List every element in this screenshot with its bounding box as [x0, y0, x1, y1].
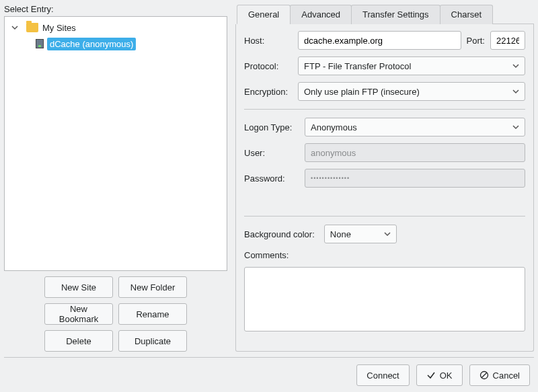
tab-general[interactable]: General — [237, 5, 291, 24]
comments-textarea[interactable] — [244, 267, 525, 331]
tree-root-row[interactable]: My Sites — [5, 19, 227, 36]
chevron-down-icon — [384, 231, 391, 237]
encryption-label: Encryption: — [244, 87, 293, 97]
expander-icon[interactable] — [10, 23, 20, 32]
password-input — [305, 169, 525, 188]
ok-button[interactable]: OK — [416, 364, 463, 386]
tree-site-row[interactable]: dCache (anonymous) — [5, 36, 227, 52]
user-label: User: — [244, 148, 299, 158]
entry-tree[interactable]: My Sites dCache (anonymous) — [4, 16, 227, 271]
logon-type-label: Logon Type: — [244, 122, 299, 132]
new-folder-button[interactable]: New Folder — [118, 276, 187, 298]
chevron-down-icon — [512, 88, 519, 95]
port-input[interactable] — [490, 31, 525, 50]
select-entry-label: Select Entry: — [4, 4, 227, 14]
general-panel: Host: Port: Protocol: FTP - File Transfe… — [235, 24, 534, 352]
tree-root-label: My Sites — [42, 23, 76, 33]
row-encryption: Encryption: Only use plain FTP (insecure… — [244, 82, 525, 101]
comments-label: Comments: — [244, 250, 525, 260]
password-label: Password: — [244, 173, 299, 184]
chevron-down-icon — [512, 124, 519, 130]
row-protocol: Protocol: FTP - File Transfer Protocol — [244, 56, 525, 75]
row-password: Password: — [244, 169, 525, 188]
server-icon — [36, 39, 44, 48]
row-logon: Logon Type: Anonymous — [244, 118, 525, 136]
user-input — [305, 143, 525, 162]
svg-line-1 — [482, 373, 487, 378]
tab-transfer-settings[interactable]: Transfer Settings — [351, 5, 440, 24]
rename-button[interactable]: Rename — [118, 303, 187, 325]
protocol-label: Protocol: — [244, 61, 293, 71]
delete-button[interactable]: Delete — [44, 330, 113, 352]
left-column: Select Entry: My Sites dCache (anonymous… — [4, 4, 227, 352]
right-column: General Advanced Transfer Settings Chars… — [235, 4, 534, 352]
chevron-down-icon — [512, 63, 519, 69]
tab-advanced[interactable]: Advanced — [290, 5, 352, 24]
folder-icon — [26, 23, 38, 32]
cancel-icon — [479, 370, 489, 380]
bottom-bar: Connect OK Cancel — [4, 357, 534, 392]
duplicate-button[interactable]: Duplicate — [118, 330, 187, 352]
tab-charset[interactable]: Charset — [440, 5, 494, 24]
host-input[interactable] — [298, 31, 461, 50]
bgcolor-value: None — [330, 229, 351, 239]
separator — [244, 216, 525, 217]
separator — [244, 109, 525, 110]
tabstrip: General Advanced Transfer Settings Chars… — [237, 4, 534, 24]
left-button-grid: New Site New Folder New Bookmark Rename … — [4, 276, 227, 352]
new-site-button[interactable]: New Site — [44, 276, 113, 298]
connect-button[interactable]: Connect — [356, 364, 409, 386]
ok-label: OK — [440, 370, 453, 381]
logon-type-select[interactable]: Anonymous — [305, 118, 525, 136]
protocol-select[interactable]: FTP - File Transfer Protocol — [298, 56, 525, 75]
host-label: Host: — [244, 36, 293, 46]
bgcolor-label: Background color: — [244, 229, 315, 239]
row-user: User: — [244, 143, 525, 162]
new-bookmark-button[interactable]: New Bookmark — [44, 303, 113, 325]
cancel-button[interactable]: Cancel — [469, 364, 530, 386]
cancel-label: Cancel — [493, 370, 520, 381]
bgcolor-select[interactable]: None — [324, 225, 397, 243]
encryption-value: Only use plain FTP (insecure) — [304, 87, 420, 97]
logon-type-value: Anonymous — [311, 122, 357, 132]
row-host: Host: Port: — [244, 31, 525, 50]
row-bgcolor: Background color: None — [244, 225, 525, 243]
tree-site-label: dCache (anonymous) — [47, 38, 136, 50]
check-icon — [426, 370, 436, 380]
port-label: Port: — [467, 36, 485, 46]
encryption-select[interactable]: Only use plain FTP (insecure) — [298, 82, 525, 101]
protocol-value: FTP - File Transfer Protocol — [304, 61, 411, 71]
